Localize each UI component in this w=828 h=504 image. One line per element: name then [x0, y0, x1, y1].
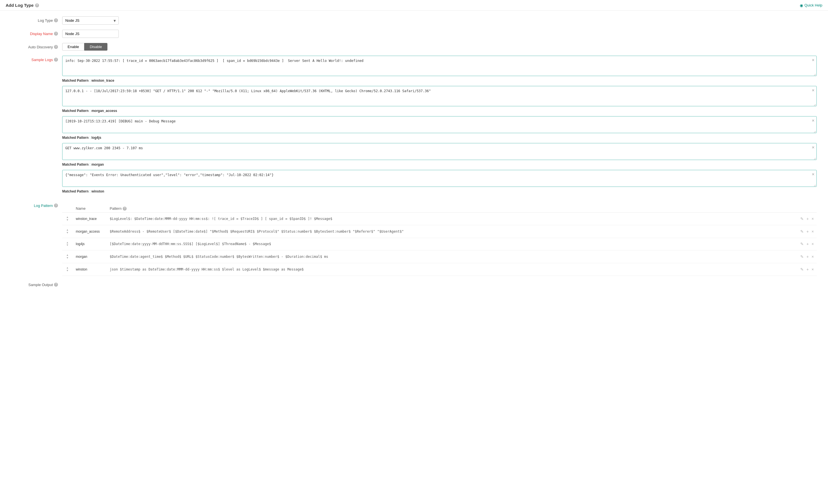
sample-logs-row: Sample Logs ? info: Sep-30-2022 17:55:57… [11, 56, 817, 197]
auto-discovery-enable-btn[interactable]: Enable [62, 43, 84, 51]
row-3-add-btn[interactable]: + [806, 241, 809, 247]
row-4-actions: ✎ + × [790, 250, 817, 263]
help-icon: ◉ [800, 3, 803, 8]
row-5-edit-btn[interactable]: ✎ [800, 266, 804, 272]
sort-arrows-1[interactable]: ▲▼ [65, 215, 71, 222]
log-pattern-section: Name Pattern ? [62, 205, 817, 276]
display-name-input[interactable] [62, 30, 119, 38]
row-5-pattern: json $timestamp as DateTime:date:MMM-dd-… [108, 263, 790, 276]
table-row: ▲▼ winston json $timestamp as DateTime:d… [62, 263, 817, 276]
matched-pattern-2: Matched Pattern : morgan_access [62, 109, 817, 113]
row-5-actions: ✎ + × [790, 263, 817, 276]
matched-pattern-1: Matched Pattern : winston_trace [62, 79, 817, 83]
sort-arrows-3[interactable]: ▲▼ [65, 241, 71, 248]
row-4-add-btn[interactable]: + [806, 254, 809, 259]
table-row: ▲▼ morgan $DateTime:date:agent_time$ $Me… [62, 250, 817, 263]
auto-discovery-info-icon[interactable]: ? [54, 45, 58, 49]
row-2-actions: ✎ + × [790, 225, 817, 238]
matched-pattern-4: Matched Pattern : morgan [62, 163, 817, 167]
log-entry-1-close-btn[interactable]: × [812, 58, 815, 62]
row-3-sort: ▲▼ [62, 238, 74, 250]
table-row: ▲▼ morgan_access $RemoteAddress$ - $Remo… [62, 225, 817, 238]
matched-pattern-3: Matched Pattern : log4js [62, 136, 817, 140]
auto-discovery-disable-btn[interactable]: Disable [84, 43, 107, 51]
col-pattern-header: Pattern ? [108, 205, 790, 213]
page-title: Add Log Type ? [6, 3, 39, 8]
col-sort [62, 205, 74, 213]
row-3-edit-btn[interactable]: ✎ [800, 241, 804, 247]
log-type-label: Log Type ? [11, 16, 62, 23]
log-entry-3-wrapper: [2019-10-21T15:13:23.419] [DEBUG] main -… [62, 116, 817, 134]
row-2-name: morgan_access [74, 225, 108, 238]
row-4-sort: ▲▼ [62, 250, 74, 263]
pattern-col-info-icon[interactable]: ? [123, 207, 127, 211]
log-entry-4-wrapper: GET www.zylker.com 200 2345 - 7.107 ms ×… [62, 143, 817, 161]
log-entry-5-wrapper: {"message": "Events Error: Unauthenticat… [62, 170, 817, 188]
display-name-label: Display Name ? [11, 30, 62, 36]
log-pattern-info-icon[interactable]: ? [54, 204, 58, 207]
sample-output-row: Sample Output ? [11, 281, 817, 287]
row-5-add-btn[interactable]: + [806, 266, 809, 272]
page-title-text: Add Log Type [6, 3, 34, 8]
col-name-header: Name [74, 205, 108, 213]
log-type-select[interactable]: Node JS Apache Nginx Custom [62, 16, 119, 25]
resize-handle-1: ⊿ [814, 73, 816, 76]
log-entry-2-wrapper: 127.0.0.1 - - [18/Jul/2017:23:59:18 +053… [62, 86, 817, 107]
row-4-name: morgan [74, 250, 108, 263]
sort-arrows-4[interactable]: ▲▼ [65, 253, 71, 260]
sample-logs-container: info: Sep-30-2022 17:55:57: [ trace_id =… [62, 56, 817, 197]
matched-pattern-5: Matched Pattern : winston [62, 190, 817, 193]
log-entry-4-close-btn[interactable]: × [812, 145, 815, 150]
log-entry-2-close-btn[interactable]: × [812, 88, 815, 93]
log-type-select-wrapper: Node JS Apache Nginx Custom ▼ [62, 16, 119, 25]
row-5-delete-btn[interactable]: × [811, 266, 815, 272]
row-2-add-btn[interactable]: + [806, 229, 809, 234]
sample-output-label: Sample Output ? [11, 281, 62, 287]
table-row: ▲▼ winston_trace $LogLevel$: $DateTime:d… [62, 213, 817, 225]
auto-discovery-control: Enable Disable [62, 43, 817, 51]
row-3-delete-btn[interactable]: × [811, 241, 815, 247]
log-entry-3-textarea[interactable]: [2019-10-21T15:13:23.419] [DEBUG] main -… [62, 116, 817, 133]
row-3-actions: ✎ + × [790, 238, 817, 250]
log-entry-4-textarea[interactable]: GET www.zylker.com 200 2345 - 7.107 ms [62, 143, 817, 160]
quick-help-link[interactable]: ◉ Quick Help [800, 3, 822, 8]
resize-handle-4: ⊿ [814, 157, 816, 160]
row-5-name: winston [74, 263, 108, 276]
display-name-row: Display Name ? [11, 30, 817, 38]
log-entry-1-wrapper: info: Sep-30-2022 17:55:57: [ trace_id =… [62, 56, 817, 77]
log-entry-2-textarea[interactable]: 127.0.0.1 - - [18/Jul/2017:23:59:18 +053… [62, 86, 817, 106]
display-name-info-icon[interactable]: ? [54, 32, 58, 36]
row-4-edit-btn[interactable]: ✎ [800, 254, 804, 259]
row-1-sort: ▲▼ [62, 213, 74, 225]
form-content: Log Type ? Node JS Apache Nginx Custom ▼… [0, 11, 828, 298]
pattern-table-header: Name Pattern ? [62, 205, 817, 213]
row-1-edit-btn[interactable]: ✎ [800, 216, 804, 222]
row-1-delete-btn[interactable]: × [811, 216, 815, 222]
log-type-info-icon[interactable]: ? [54, 18, 58, 22]
row-2-delete-btn[interactable]: × [811, 229, 815, 234]
row-1-name: winston_trace [74, 213, 108, 225]
row-1-add-btn[interactable]: + [806, 216, 809, 222]
col-actions-header [790, 205, 817, 213]
row-1-actions: ✎ + × [790, 213, 817, 225]
sort-arrows-5[interactable]: ▲▼ [65, 266, 71, 273]
log-pattern-label: Log Pattern ? [11, 202, 62, 208]
row-2-edit-btn[interactable]: ✎ [800, 229, 804, 234]
page-header: Add Log Type ? ◉ Quick Help [0, 0, 828, 11]
log-entry-1-textarea[interactable]: info: Sep-30-2022 17:55:57: [ trace_id =… [62, 56, 817, 76]
row-5-sort: ▲▼ [62, 263, 74, 276]
sample-output-info-icon[interactable]: ? [54, 283, 58, 287]
page-title-info-icon[interactable]: ? [35, 3, 39, 7]
log-entry-3-close-btn[interactable]: × [812, 118, 815, 123]
row-4-delete-btn[interactable]: × [811, 254, 815, 259]
auto-discovery-toggle: Enable Disable [62, 43, 817, 51]
log-pattern-row: Log Pattern ? Name Pattern ? [11, 202, 817, 276]
sample-logs-label: Sample Logs ? [11, 56, 62, 62]
log-entry-5-close-btn[interactable]: × [812, 172, 815, 177]
sample-logs-info-icon[interactable]: ? [54, 58, 58, 61]
log-entry-5-textarea[interactable]: {"message": "Events Error: Unauthenticat… [62, 170, 817, 187]
resize-handle-5: ⊿ [814, 184, 816, 187]
row-3-name: log4js [74, 238, 108, 250]
row-1-pattern: $LogLevel$: $DateTime:date:MMM-dd-yyyy H… [108, 213, 790, 225]
sort-arrows-2[interactable]: ▲▼ [65, 228, 71, 235]
